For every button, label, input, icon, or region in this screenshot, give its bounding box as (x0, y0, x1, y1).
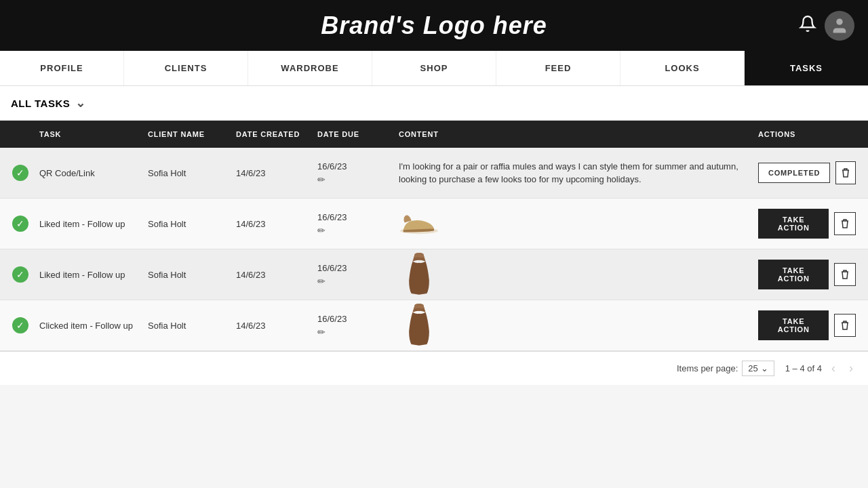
nav-item-tasks[interactable]: TASKS (745, 51, 868, 85)
pagination-bar: Items per page: 25 ⌄ 1 – 4 of 4 ‹ › (0, 351, 868, 385)
edit-icon-1[interactable]: ✏ (317, 174, 388, 185)
table-row: ✓ Clicked item - Follow up Sofia Holt 14… (0, 300, 868, 351)
row-client-3: Sofia Holt (142, 264, 231, 285)
table-row: ✓ Liked item - Follow up Sofia Holt 14/6… (0, 199, 868, 249)
table-header: TASK CLIENT NAME DATE CREATED DATE DUE C… (0, 121, 868, 148)
col-content: CONTENT (393, 121, 753, 148)
page-nav: 1 – 4 of 4 ‹ › (785, 360, 857, 377)
brand-logo: Brand's Logo here (321, 12, 547, 40)
nav-item-clients[interactable]: CLIENTS (124, 51, 248, 85)
table-row: ✓ QR Code/Link Sofia Holt 14/6/23 16/6/2… (0, 148, 868, 199)
col-date-due: DATE DUE (312, 121, 393, 148)
row-client-1: Sofia Holt (142, 163, 231, 184)
check-icon-3: ✓ (12, 266, 28, 283)
row-content-4 (393, 303, 753, 348)
check-icon-2: ✓ (12, 216, 28, 232)
row-actions-2: TAKE ACTION (753, 203, 861, 244)
main-nav: PROFILE CLIENTS WARDROBE SHOP FEED LOOKS… (0, 51, 868, 86)
delete-button-4[interactable] (834, 314, 856, 337)
svg-point-0 (836, 18, 842, 24)
items-per-page-label: Items per page: (677, 363, 738, 373)
row-content-1: I'm looking for a pair or raffia mules a… (393, 155, 753, 192)
check-icon-4: ✓ (12, 317, 28, 333)
table-row: ✓ Liked item - Follow up Sofia Holt 14/6… (0, 249, 868, 300)
row-task-4: Clicked item - Follow up (34, 315, 142, 336)
notification-bell-icon[interactable] (799, 15, 816, 37)
chevron-down-icon: ⌄ (75, 96, 86, 110)
content-text-1: I'm looking for a pair or raffia mules a… (399, 160, 747, 186)
row-date-due-3: 16/6/23 ✏ (312, 258, 393, 292)
row-date-created-4: 14/6/23 (231, 315, 312, 336)
col-actions: ACTIONS (753, 121, 861, 148)
nav-item-looks[interactable]: LOOKS (620, 51, 745, 85)
prev-page-button[interactable]: ‹ (827, 360, 840, 377)
row-actions-4: TAKE ACTION (753, 305, 861, 346)
col-date-created: DATE CREATED (231, 121, 312, 148)
dress-image-3 (399, 258, 439, 291)
per-page-select[interactable]: 25 ⌄ (742, 361, 774, 376)
row-actions-3: TAKE ACTION (753, 254, 861, 295)
row-date-created-1: 14/6/23 (231, 163, 312, 184)
row-client-2: Sofia Holt (142, 214, 231, 235)
row-check-3: ✓ (7, 261, 34, 288)
take-action-button-3[interactable]: TAKE ACTION (758, 260, 829, 289)
filter-bar: ALL TASKS ⌄ (0, 86, 868, 121)
nav-item-profile[interactable]: PROFILE (0, 51, 124, 85)
row-check-1: ✓ (7, 159, 34, 186)
items-per-page-control: Items per page: 25 ⌄ (677, 361, 774, 376)
col-check (7, 125, 34, 144)
col-task: TASK (34, 121, 142, 148)
row-content-3 (393, 252, 753, 297)
header-icons (799, 11, 854, 41)
row-date-created-3: 14/6/23 (231, 264, 312, 285)
row-task-2: Liked item - Follow up (34, 214, 142, 235)
row-task-1: QR Code/Link (34, 163, 142, 184)
delete-button-1[interactable] (835, 161, 856, 184)
nav-item-feed[interactable]: FEED (496, 51, 620, 85)
all-tasks-dropdown[interactable]: ALL TASKS ⌄ (11, 96, 86, 110)
row-check-4: ✓ (7, 312, 34, 339)
row-date-due-2: 16/6/23 ✏ (312, 207, 393, 241)
row-date-created-2: 14/6/23 (231, 214, 312, 235)
next-page-button[interactable]: › (845, 360, 857, 377)
row-date-due-4: 16/6/23 ✏ (312, 308, 393, 343)
shoe-image-2 (399, 207, 439, 241)
delete-button-2[interactable] (834, 212, 856, 235)
header: Brand's Logo here (0, 0, 868, 51)
chevron-down-icon: ⌄ (761, 363, 768, 373)
page-info: 1 – 4 of 4 (785, 363, 822, 373)
filter-label: ALL TASKS (11, 98, 70, 109)
take-action-button-2[interactable]: TAKE ACTION (758, 209, 829, 239)
dress-image-4 (399, 308, 439, 342)
nav-item-wardrobe[interactable]: WARDROBE (248, 51, 372, 85)
edit-icon-3[interactable]: ✏ (317, 276, 388, 287)
row-content-2 (393, 201, 753, 246)
row-actions-1: COMPLETED (753, 156, 861, 190)
edit-icon-2[interactable]: ✏ (317, 225, 388, 236)
row-client-4: Sofia Holt (142, 315, 231, 336)
edit-icon-4[interactable]: ✏ (317, 327, 388, 338)
nav-item-shop[interactable]: SHOP (372, 51, 496, 85)
row-date-due-1: 16/6/23 ✏ (312, 156, 393, 190)
row-check-2: ✓ (7, 210, 34, 237)
col-client: CLIENT NAME (142, 121, 231, 148)
delete-button-3[interactable] (834, 263, 856, 286)
row-task-3: Liked item - Follow up (34, 264, 142, 285)
check-icon-1: ✓ (12, 165, 28, 181)
take-action-button-4[interactable]: TAKE ACTION (758, 310, 829, 340)
tasks-table: TASK CLIENT NAME DATE CREATED DATE DUE C… (0, 121, 868, 351)
completed-button-1[interactable]: COMPLETED (758, 163, 830, 183)
avatar[interactable] (825, 11, 854, 41)
